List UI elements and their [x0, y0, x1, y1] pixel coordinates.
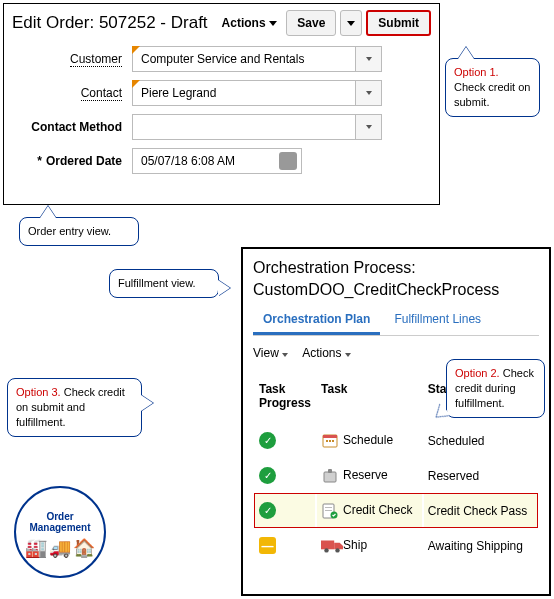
contact-method-label: Contact Method: [12, 120, 132, 134]
cell-progress: ✓: [255, 459, 315, 492]
ordered-date-input[interactable]: 05/07/18 6:08 AM: [132, 148, 302, 174]
customer-select[interactable]: Computer Service and Rentals: [132, 46, 382, 72]
customer-value: Computer Service and Rentals: [141, 52, 304, 66]
svg-rect-3: [329, 440, 331, 442]
task-type-icon: [321, 433, 339, 449]
order-management-seal: OrderManagement 🏭 🚚 🏠: [14, 486, 106, 578]
task-type-icon: [321, 468, 339, 484]
option-3-label: Option 3.: [16, 386, 61, 398]
required-icon: *: [37, 154, 42, 168]
check-circle-icon: ✓: [259, 432, 276, 449]
cell-task: Schedule: [317, 424, 422, 457]
callout-option-2: Option 2. Check credit during fulfillmen…: [446, 359, 545, 418]
contact-select[interactable]: Piere Legrand: [132, 80, 382, 106]
cell-status: Scheduled: [424, 424, 537, 457]
check-circle-icon: ✓: [259, 467, 276, 484]
svg-rect-8: [325, 507, 332, 508]
callout-tail-icon: [218, 280, 230, 296]
cell-status: Credit Check Pass: [424, 494, 537, 527]
callout-option-3: Option 3. Check credit on submit and ful…: [7, 378, 142, 437]
chevron-down-icon: [347, 21, 355, 26]
chevron-down-icon: [345, 353, 351, 357]
chevron-down-icon: [269, 21, 277, 26]
save-button[interactable]: Save: [286, 10, 336, 36]
ordered-date-value: 05/07/18 6:08 AM: [141, 154, 235, 168]
actions-menu-table[interactable]: Actions: [302, 346, 351, 360]
tabs: Orchestration Plan Fulfillment Lines: [253, 306, 539, 336]
modified-indicator-icon: [132, 80, 140, 88]
callout-order-entry-view: Order entry view.: [19, 217, 139, 246]
callout-fulfillment-view: Fulfillment view.: [109, 269, 219, 298]
contact-value: Piere Legrand: [141, 86, 216, 100]
actions-label: Actions: [222, 16, 266, 30]
seal-text: OrderManagement: [29, 511, 90, 533]
table-row[interactable]: ✓ReserveReserved: [255, 459, 537, 492]
cell-progress: ✓: [255, 424, 315, 457]
table-row[interactable]: ✓Credit CheckCredit Check Pass: [255, 494, 537, 527]
contact-method-row: Contact Method: [12, 114, 431, 140]
callout-tail-icon: [40, 206, 56, 218]
cell-task: Reserve: [317, 459, 422, 492]
cell-task: Ship: [317, 529, 422, 562]
svg-rect-9: [325, 510, 332, 511]
cell-progress: —: [255, 529, 315, 562]
cell-status: Reserved: [424, 459, 537, 492]
task-type-icon: [321, 538, 339, 554]
cell-progress: ✓: [255, 494, 315, 527]
order-entry-panel: Edit Order: 507252 - Draft Actions Save …: [3, 3, 440, 205]
option-1-label: Option 1.: [454, 66, 499, 78]
seal-icons: 🏭 🚚 🏠: [25, 537, 95, 559]
order-header: Edit Order: 507252 - Draft Actions Save …: [12, 10, 431, 36]
view-menu[interactable]: View: [253, 346, 288, 360]
tab-orchestration-plan[interactable]: Orchestration Plan: [253, 306, 380, 335]
contact-row: Contact Piere Legrand: [12, 80, 431, 106]
chevron-down-icon[interactable]: [355, 81, 381, 105]
header-buttons: Save Submit: [286, 10, 431, 36]
svg-rect-5: [324, 472, 336, 482]
cell-task: Credit Check: [317, 494, 422, 527]
ordered-date-row: *Ordered Date 05/07/18 6:08 AM: [12, 148, 431, 174]
option-1-text: Check credit on submit.: [454, 81, 530, 108]
check-circle-icon: ✓: [259, 502, 276, 519]
customer-label: Customer: [12, 52, 132, 66]
table-row[interactable]: —ShipAwaiting Shipping: [255, 529, 537, 562]
svg-point-13: [335, 548, 339, 552]
contact-method-select[interactable]: [132, 114, 382, 140]
customer-row: Customer Computer Service and Rentals: [12, 46, 431, 72]
ordered-date-label: *Ordered Date: [12, 154, 132, 168]
cell-status: Awaiting Shipping: [424, 529, 537, 562]
svg-rect-2: [326, 440, 328, 442]
chevron-down-icon[interactable]: [355, 47, 381, 71]
orchestration-panel: Orchestration Process: CustomDOO_CreditC…: [241, 247, 551, 596]
chevron-down-icon[interactable]: [355, 115, 381, 139]
table-row[interactable]: ✓ScheduleScheduled: [255, 424, 537, 457]
factory-icon: 🏭: [25, 537, 47, 559]
chevron-down-icon: [282, 353, 288, 357]
home-icon: 🏠: [73, 537, 95, 559]
modified-indicator-icon: [132, 46, 140, 54]
orchestration-title: Orchestration Process: CustomDOO_CreditC…: [253, 257, 539, 300]
calendar-icon[interactable]: [279, 152, 297, 170]
col-progress: Task Progress: [255, 376, 315, 422]
callout-tail-icon: [458, 47, 474, 59]
callout-tail-icon: [141, 395, 153, 411]
svg-rect-11: [321, 540, 334, 549]
svg-rect-6: [328, 469, 332, 473]
actions-menu[interactable]: Actions: [222, 16, 277, 30]
page-title: Edit Order: 507252 - Draft: [12, 13, 208, 33]
pending-icon: —: [259, 537, 276, 554]
fulfillment-view-text: Fulfillment view.: [118, 277, 196, 289]
truck-icon: 🚚: [49, 537, 71, 559]
order-entry-view-text: Order entry view.: [28, 225, 111, 237]
contact-label: Contact: [12, 86, 132, 100]
callout-option-1: Option 1. Check credit on submit.: [445, 58, 540, 117]
option-2-label: Option 2.: [455, 367, 500, 379]
svg-rect-4: [332, 440, 334, 442]
svg-rect-1: [323, 435, 337, 438]
tab-fulfillment-lines[interactable]: Fulfillment Lines: [384, 306, 491, 335]
svg-point-12: [324, 548, 328, 552]
col-task: Task: [317, 376, 422, 422]
submit-button[interactable]: Submit: [366, 10, 431, 36]
task-type-icon: [321, 503, 339, 519]
save-split-button[interactable]: [340, 10, 362, 36]
